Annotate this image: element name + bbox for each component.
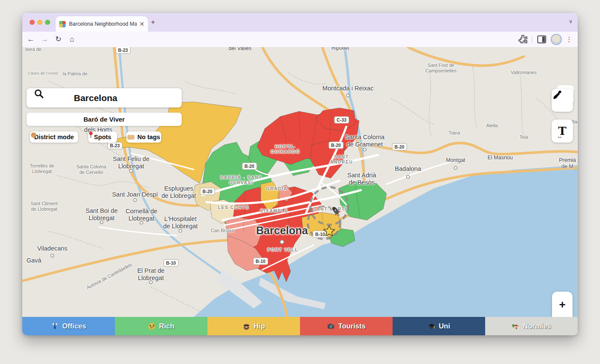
side-panel-icon[interactable] <box>536 33 548 45</box>
search-input[interactable]: Barcelona <box>27 93 165 103</box>
zoom-control: + − <box>552 292 573 317</box>
legend-label: Uni <box>439 322 450 330</box>
new-tab-button[interactable]: + <box>151 18 155 27</box>
spots-label: Spots <box>94 134 111 140</box>
district-mode-button[interactable]: District mode <box>30 131 78 143</box>
site-favicon-icon <box>59 21 66 27</box>
toolbar-divider <box>532 36 532 43</box>
browser-window: Barcelona Neighborhood Map ✕ + ∨ ← → ↻ ⌂… <box>22 13 578 335</box>
zoom-in-button[interactable]: + <box>552 292 573 317</box>
town-label: Sant Boi de Llobregat <box>86 207 118 222</box>
spots-button[interactable]: Spots <box>88 131 117 143</box>
town-label: Badalona <box>395 165 421 173</box>
tab-search-chevron-icon[interactable]: ∨ <box>569 18 573 24</box>
menu-dots-icon[interactable]: ⋮ <box>563 33 575 45</box>
no-tags-button[interactable]: No tags <box>126 131 161 143</box>
profile-avatar[interactable] <box>551 34 562 45</box>
legend-normies-button[interactable]: Normies <box>485 317 578 335</box>
district-label: HORTA- GUINARDÓ <box>271 144 300 155</box>
search-icon <box>33 88 45 99</box>
legend-tourists-button[interactable]: Tourists <box>300 317 393 335</box>
district-label: PORT VELL <box>267 248 298 253</box>
town-label: Alella <box>486 123 498 128</box>
tag-chip-icon <box>127 135 135 140</box>
road-badge: B-20 <box>392 143 407 151</box>
desktop: { "browser": { "tab_title": "Barcelona N… <box>0 0 600 364</box>
road-badge: C-33 <box>334 116 349 124</box>
district-label: GRÀCIA <box>266 186 288 191</box>
town-label: Premià de M <box>559 157 576 170</box>
legend-bar: Offices$$RichHipTouristsUniNormies <box>22 317 578 335</box>
town-label: Montgat <box>446 157 465 164</box>
legend-label: Rich <box>159 322 174 330</box>
town-label: L'Hospitalet de Llobregat <box>163 215 198 230</box>
town-label: Ripollet <box>331 47 349 51</box>
road-badge: B-23 <box>108 142 123 149</box>
back-icon[interactable]: ← <box>25 33 37 45</box>
town-label: Torrelles de Llobregat <box>30 163 54 174</box>
legend-hip-button[interactable]: Hip <box>207 317 300 335</box>
legend-label: Normies <box>523 322 551 330</box>
town-label: Sant Climent de Llobregat <box>31 201 58 212</box>
town-label: Sant Joan Despí <box>112 191 158 198</box>
town-label: Cornellà de Llobregat <box>126 208 157 222</box>
town-label: Autovia de Castelldefels <box>86 262 133 291</box>
close-window-button[interactable] <box>30 20 35 25</box>
resize-arrows-icon: ↔ <box>557 133 562 140</box>
city-label: Barcelona <box>256 224 308 237</box>
paint-tool-button[interactable] <box>552 89 573 112</box>
town-label: Tiana <box>448 130 460 136</box>
town-label: Esplugues de Llobregat <box>162 185 196 200</box>
district-label: LES CORTS <box>218 205 249 210</box>
town-label: del Vallès <box>228 47 251 51</box>
town-label: Sant Feliu de Llobregat <box>113 155 149 170</box>
money-face-icon: $$ <box>148 322 156 330</box>
text-tool-button[interactable]: T ↔ <box>552 119 573 143</box>
town-label: Santa Coloma de Gramenet <box>345 134 384 148</box>
town-label: Cases de l'Ansol <box>28 71 58 75</box>
town-label: Can Bruixa <box>211 228 234 233</box>
town-label: Gavà <box>27 257 42 264</box>
road-badge: B-20 <box>329 142 344 149</box>
map-canvas[interactable]: bera dela Palma deCases de l'AnsolCan Vi… <box>22 47 578 317</box>
maximize-window-button[interactable] <box>45 20 50 25</box>
district-label: EIXAMPLE <box>260 209 288 214</box>
home-icon[interactable]: ⌂ <box>66 33 78 45</box>
town-label: Santa Coloma de Cervelló <box>76 164 106 175</box>
no-tags-label: No tags <box>137 134 160 140</box>
road-badge: B-10 <box>253 258 268 265</box>
town-label: bera de <box>25 47 41 52</box>
browser-tab[interactable]: Barcelona Neighborhood Map ✕ <box>56 16 148 32</box>
house-garden-icon <box>512 322 519 330</box>
town-label: El Prat de Llobregat <box>137 267 165 282</box>
road-badge: B-20 <box>200 188 215 195</box>
camera-icon <box>327 322 335 330</box>
minimize-window-button[interactable] <box>37 20 42 25</box>
town-label: Viladecans <box>37 245 68 252</box>
legend-label: Hip <box>254 322 265 330</box>
town-label: Vallromanes <box>511 70 537 75</box>
paintbrush-icon <box>552 89 563 100</box>
town-label: El Masnou <box>487 155 513 161</box>
forward-icon[interactable]: → <box>39 33 51 45</box>
road-badge: B-10 <box>164 260 179 267</box>
road-badge: B-20 <box>242 163 257 170</box>
legend-uni-button[interactable]: Uni <box>393 317 485 335</box>
city-search-box[interactable]: Barcelona <box>27 88 182 107</box>
legend-label: Tourists <box>338 322 366 330</box>
necktie-icon <box>51 322 59 330</box>
extensions-puzzle-icon[interactable] <box>517 33 529 45</box>
district-label: SARRIÀ - SANT GERVASI <box>220 175 262 185</box>
tab-strip: Barcelona Neighborhood Map ✕ + ∨ <box>22 13 578 32</box>
town-label: Sant Fost de Campsentelles <box>426 63 457 74</box>
tab-close-icon[interactable]: ✕ <box>139 21 144 27</box>
graduation-cap-icon <box>428 322 435 330</box>
town-label: Teià <box>519 134 528 140</box>
reload-icon[interactable]: ↻ <box>52 33 64 45</box>
town-label: la Palma de <box>63 71 87 77</box>
pin-icon <box>88 131 93 138</box>
map-label-layer: bera dela Palma deCases de l'AnsolCan Vi… <box>22 47 578 317</box>
search-result-item[interactable]: Baró de Viver <box>27 113 182 126</box>
legend-rich-button[interactable]: $$Rich <box>115 317 207 335</box>
legend-offices-button[interactable]: Offices <box>22 317 115 335</box>
